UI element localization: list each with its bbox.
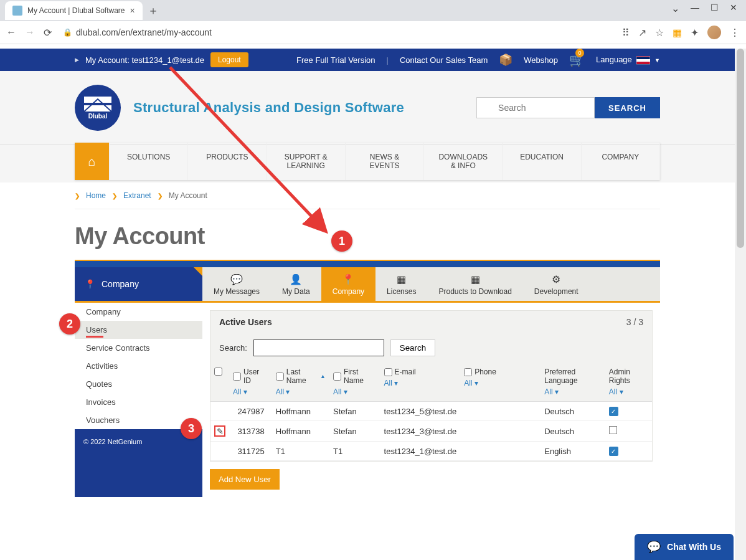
window-controls: ⌄ — ☐ ✕ (665, 0, 744, 18)
menu-icon[interactable]: ⋮ (730, 27, 740, 39)
browser-tab[interactable]: My Account | Dlubal Software × (5, 1, 143, 20)
profile-avatar[interactable] (707, 26, 721, 39)
tab-title: My Account | Dlubal Software (27, 6, 125, 15)
share-icon[interactable]: ↗ (638, 27, 646, 39)
lock-icon: 🔒 (63, 28, 72, 37)
maximize-icon[interactable]: ☐ (711, 2, 719, 14)
new-tab-button[interactable]: ＋ (148, 3, 159, 18)
chevron-down-icon[interactable]: ⌄ (671, 2, 679, 14)
back-icon[interactable]: ← (6, 27, 16, 39)
star-icon[interactable]: ☆ (655, 27, 664, 39)
reload-icon[interactable]: ⟳ (44, 27, 52, 39)
translate-icon[interactable]: ⠿ (622, 27, 630, 39)
minimize-icon[interactable]: — (691, 2, 699, 14)
close-icon[interactable]: × (130, 6, 135, 16)
url-field[interactable]: 🔒 dlubal.com/en/extranet/my-account (58, 25, 616, 40)
address-bar: ← → ⟳ 🔒 dlubal.com/en/extranet/my-accoun… (0, 21, 746, 44)
extension-icon-2[interactable]: ✦ (691, 27, 699, 39)
tab-bar: My Account | Dlubal Software × ＋ ⌄ — ☐ ✕ (0, 0, 746, 21)
browser-chrome: My Account | Dlubal Software × ＋ ⌄ — ☐ ✕… (0, 0, 746, 44)
forward-icon[interactable]: → (25, 27, 35, 39)
extension-icon-1[interactable]: ▦ (673, 27, 682, 39)
url-text: dlubal.com/en/extranet/my-account (76, 27, 212, 37)
favicon-icon (12, 6, 22, 16)
close-window-icon[interactable]: ✕ (730, 2, 737, 14)
